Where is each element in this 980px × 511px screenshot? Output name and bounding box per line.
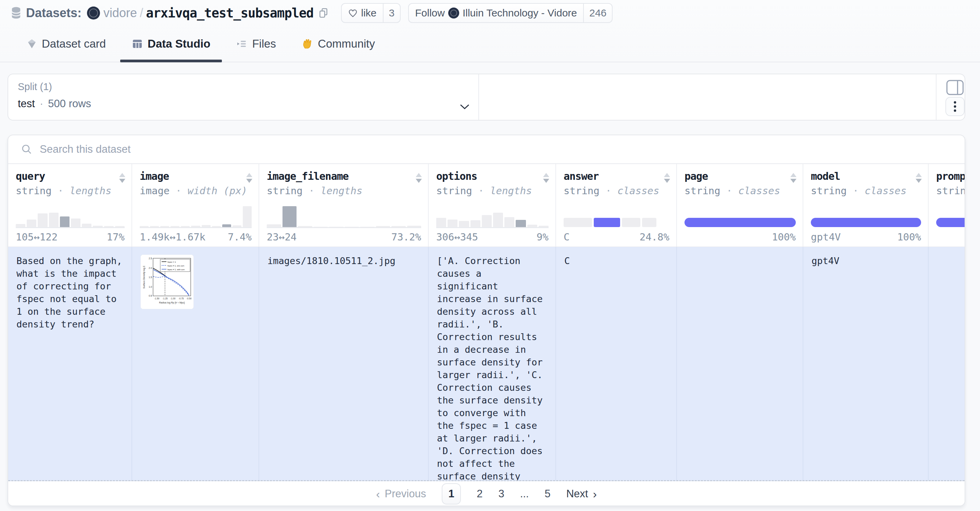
cell-text: Based on the graph, what is the impact o… (16, 255, 123, 331)
column-stats: gpt4V100% (811, 231, 921, 243)
column-distribution[interactable] (16, 205, 125, 228)
split-config-panel: Split (1) test · 500 rows (8, 74, 965, 121)
tab-community[interactable]: Community (290, 26, 387, 62)
more-options-button[interactable] (945, 97, 964, 116)
svg-text:2.5: 2.5 (149, 257, 152, 259)
kebab-icon (953, 101, 957, 112)
column-layout-icon[interactable] (946, 80, 964, 95)
column-name: model (811, 170, 921, 182)
tab-data-studio[interactable]: Data Studio (120, 26, 222, 62)
database-icon (10, 6, 22, 19)
heart-icon (348, 8, 358, 18)
like-count[interactable]: 3 (383, 4, 400, 22)
pagination-page-5[interactable]: 5 (544, 488, 550, 500)
cell-page[interactable] (677, 247, 803, 480)
cell-model[interactable]: gpt4V (803, 247, 929, 480)
sort-arrows-icon[interactable] (119, 173, 125, 183)
split-row-count: 500 rows (48, 98, 91, 110)
search-input[interactable] (39, 143, 588, 156)
pagination-page-1[interactable]: 1 (442, 483, 461, 505)
files-icon (236, 38, 247, 49)
column-distribution[interactable] (684, 205, 796, 227)
chevron-down-icon (460, 104, 470, 110)
follower-count[interactable]: 246 (583, 4, 612, 22)
cell-image_filename[interactable]: images/1810.10511_2.jpg (259, 247, 429, 480)
column-header-model[interactable]: modelstring · classesgpt4V100% (803, 164, 929, 247)
column-name: query (16, 170, 125, 182)
panel-divider (478, 74, 479, 120)
breadcrumb: Datasets: vidore / arxivqa_test_subsampl… (0, 0, 980, 26)
search-icon (21, 144, 32, 155)
tab-files[interactable]: Files (224, 26, 288, 62)
column-header-answer[interactable]: answerstring · classesC24.8% (556, 164, 677, 247)
datasets-label: Datasets: (26, 6, 81, 20)
split-selector[interactable]: Split (1) test · 500 rows (8, 74, 479, 120)
page-header: Datasets: vidore / arxivqa_test_subsampl… (0, 0, 980, 62)
pagination-ellipsis: ... (520, 488, 529, 500)
tab-dataset-card[interactable]: Dataset card (15, 26, 118, 62)
column-header-page[interactable]: pagestring · classes100% (677, 164, 803, 247)
pagination-next[interactable]: Next › (566, 487, 597, 501)
column-name: image_filename (267, 170, 421, 182)
svg-text:fspec ≠ 1, with corr.: fspec ≠ 1, with corr. (167, 269, 185, 271)
follow-button[interactable]: Follow Illuin Technology - Vidore 246 (408, 3, 612, 23)
sort-arrows-icon[interactable] (790, 173, 797, 183)
column-type: string · lengths (16, 185, 125, 197)
column-header-options[interactable]: optionsstring · lengths306↔3459% (429, 164, 556, 247)
like-label: like (361, 7, 377, 19)
column-stats: 306↔3459% (436, 231, 549, 243)
column-distribution[interactable] (436, 205, 549, 228)
column-name: page (684, 170, 796, 182)
sort-arrows-icon[interactable] (916, 173, 922, 183)
column-name: options (436, 170, 549, 182)
owner-avatar[interactable] (87, 6, 100, 19)
breadcrumb-separator: / (140, 6, 143, 20)
column-distribution[interactable] (140, 205, 252, 228)
split-dot: · (40, 98, 43, 110)
svg-text:1.5: 1.5 (149, 276, 152, 279)
column-stats: 105↔12217% (16, 231, 125, 243)
column-distribution[interactable] (811, 205, 921, 227)
column-header-query[interactable]: querystring · lengths105↔12217% (8, 164, 132, 247)
svg-text:1.0: 1.0 (149, 286, 152, 288)
sort-arrows-icon[interactable] (664, 173, 670, 183)
breadcrumb-owner-link[interactable]: vidore (103, 6, 137, 20)
table-row[interactable]: Based on the graph, what is the impact o… (8, 247, 964, 481)
column-header-image_filename[interactable]: image_filenamestring · lengths23↔2473.2% (259, 164, 429, 247)
column-name: prompt (936, 170, 965, 182)
svg-text:Surface Density log Σ: Surface Density log Σ (143, 266, 146, 289)
column-type: string · classes (684, 185, 796, 197)
pagination-page-3[interactable]: 3 (498, 488, 504, 500)
column-type: string (936, 185, 965, 197)
pagination-page-2[interactable]: 2 (477, 488, 482, 500)
cell-text: gpt4V (811, 255, 920, 267)
column-distribution[interactable] (267, 205, 421, 228)
column-distribution[interactable] (564, 205, 670, 227)
sort-arrows-icon[interactable] (416, 173, 422, 183)
column-stats: 1.49k↔1.67k7.4% (140, 231, 252, 243)
cell-answer[interactable]: C (556, 247, 677, 480)
row-image-thumbnail[interactable]: 2.5 2.0 1.5 1.0 0.5 -1.50 -1.25 -1.00 -0… (140, 255, 194, 309)
search-bar (8, 135, 964, 164)
copy-icon[interactable] (318, 8, 329, 19)
panel-divider (936, 74, 937, 120)
sort-arrows-icon[interactable] (543, 173, 549, 183)
like-button[interactable]: like 3 (341, 3, 401, 23)
cell-prompt[interactable] (929, 247, 965, 480)
column-header-prompt[interactable]: promptstring (929, 164, 965, 247)
sort-arrows-icon[interactable] (246, 173, 252, 183)
cell-query[interactable]: Based on the graph, what is the impact o… (8, 247, 132, 480)
column-header-image[interactable]: imageimage · width (px)1.49k↔1.67k7.4% (132, 164, 259, 247)
split-count-label: Split (1) (18, 81, 52, 92)
follow-org-name: Illuin Technology - Vidore (463, 7, 577, 19)
dataset-title[interactable]: arxivqa_test_subsampled (146, 6, 313, 21)
split-name: test (18, 98, 35, 110)
column-type: image · width (px) (140, 185, 252, 197)
cell-image[interactable]: 2.5 2.0 1.5 1.0 0.5 -1.50 -1.25 -1.00 -0… (132, 247, 259, 480)
pagination-previous[interactable]: ‹ Previous (376, 487, 426, 501)
cell-options[interactable]: ['A. Correction causes a significant inc… (429, 247, 556, 480)
pagination: ‹ Previous 1 2 3 ... 5 Next › (8, 481, 964, 506)
column-distribution[interactable] (936, 205, 965, 227)
svg-text:Radius log Rp [h⁻¹ Mpc]: Radius log Rp [h⁻¹ Mpc] (159, 301, 185, 304)
cell-text: C (564, 255, 668, 267)
